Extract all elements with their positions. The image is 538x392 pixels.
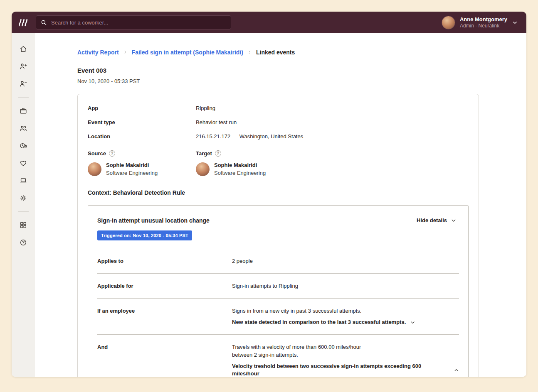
condition-text: Signs in from a new city in past 3 succe…: [232, 307, 459, 315]
condition-text: between 2 sign-in attempts.: [232, 351, 459, 359]
rule-row-value: Sign-in attempts to Rippling: [232, 282, 459, 290]
breadcrumb-activity-report[interactable]: Activity Report: [77, 49, 119, 56]
target-avatar: [196, 162, 210, 176]
sidebar-item-apps[interactable]: [15, 217, 32, 233]
rule-row-label: If an employee: [97, 308, 232, 314]
rule-conditions: Applies to 2 people Applicable for Sign-…: [97, 257, 459, 377]
detail-label: Location: [88, 133, 196, 140]
divider: [97, 298, 459, 299]
detail-row-event-type: Event type Behavior test run: [88, 119, 469, 125]
help-tooltip-icon[interactable]: ?: [215, 150, 221, 157]
chevron-down-icon: [410, 320, 415, 325]
chevron-down-icon: [451, 218, 457, 223]
rule-row-value: Travels with a velocity of more than 600…: [232, 343, 459, 377]
person-department: Software Engineering: [214, 170, 266, 176]
apps-grid-icon: [19, 221, 27, 229]
rule-row-if-employee: If an employee Signs in from a new city …: [97, 307, 459, 326]
rule-row-label: Applies to: [97, 258, 232, 264]
source-person: Sophie Makairidi Software Engineering: [88, 162, 196, 176]
rule-row-label: Applicable for: [97, 283, 232, 289]
detail-value: Rippling: [196, 105, 215, 111]
detail-value: 216.15.21.172 Washington, United States: [196, 133, 303, 140]
person-remove-icon: [19, 80, 27, 88]
search-input[interactable]: [36, 15, 231, 29]
sidebar-item-help[interactable]: [15, 234, 32, 251]
sidebar-item-people[interactable]: [15, 120, 32, 137]
user-info: Anne Montgomery Admin · Neuralink: [460, 16, 507, 29]
breadcrumb-linked-events: Linked events: [256, 49, 295, 56]
breadcrumb-failed-sign-in[interactable]: Failed sign in attempt (Sophie Makairidi…: [132, 49, 243, 56]
laptop-icon: [19, 176, 27, 185]
home-icon: [19, 45, 27, 53]
app-body: Activity Report Failed sign in attempt (…: [12, 33, 526, 377]
sidebar-item-home[interactable]: [15, 41, 32, 57]
user-menu[interactable]: Anne Montgomery Admin · Neuralink: [442, 16, 526, 29]
team-icon: [19, 124, 27, 132]
event-detail-card: App Rippling Event type Behavior test ru…: [77, 94, 479, 377]
rippling-logo-icon: [18, 19, 29, 27]
help-icon: [19, 238, 27, 247]
rule-row-label: And: [97, 344, 232, 350]
hide-details-toggle[interactable]: Hide details: [417, 217, 457, 223]
chevron-up-icon: [454, 368, 459, 373]
sidebar-item-settings[interactable]: [15, 190, 32, 206]
main-content: Activity Report Failed sign in attempt (…: [35, 33, 526, 377]
condition-expand-label: New state detected in comparison to the …: [232, 318, 406, 326]
detail-row-app: App Rippling: [88, 105, 469, 111]
event-timestamp: Nov 10, 2020 - 05:33 PST: [77, 78, 526, 84]
help-tooltip-icon[interactable]: ?: [109, 150, 115, 157]
context-title: Context: Behavioral Detection Rule: [88, 189, 469, 196]
sidebar-item-devices[interactable]: [15, 172, 32, 189]
source-label: Source: [88, 150, 106, 157]
condition-text: Travels with a velocity of more than 600…: [232, 343, 459, 351]
rule-row-value: Signs in from a new city in past 3 succe…: [232, 307, 459, 326]
condition-expand-toggle[interactable]: Velocity treshold between two successive…: [232, 363, 459, 377]
target-column: Target ? Sophie Makairidi Software Engin…: [196, 150, 304, 176]
sidebar-item-benefits[interactable]: [15, 155, 32, 172]
sidebar-item-remove-teammate[interactable]: [15, 76, 32, 92]
sidebar: [12, 33, 35, 377]
detail-row-location: Location 216.15.21.172 Washington, Unite…: [88, 133, 469, 140]
location-ip: 216.15.21.172: [196, 133, 230, 140]
detail-label: App: [88, 105, 196, 111]
source-column: Source ? Sophie Makairidi Software Engin…: [88, 150, 196, 176]
chevron-right-icon: [123, 50, 128, 55]
sidebar-item-payroll[interactable]: [15, 137, 32, 154]
condition-expand-label: Velocity treshold between two successive…: [232, 363, 449, 377]
hide-details-label: Hide details: [417, 217, 447, 223]
topbar: Anne Montgomery Admin · Neuralink: [12, 12, 526, 33]
person-department: Software Engineering: [106, 170, 158, 176]
event-title: Event 003: [77, 67, 526, 74]
sidebar-item-company[interactable]: [15, 103, 32, 119]
rippling-logo[interactable]: [12, 19, 35, 27]
search-icon: [40, 19, 47, 26]
condition-expand-toggle[interactable]: New state detected in comparison to the …: [232, 318, 459, 326]
sidebar-divider: [18, 97, 29, 98]
breadcrumb: Activity Report Failed sign in attempt (…: [77, 49, 526, 56]
rule-card: Sign-in attempt unusual location change …: [88, 205, 469, 377]
person-name: Sophie Makairidi: [214, 162, 266, 168]
divider: [97, 334, 459, 335]
rule-row-value: 2 people: [232, 257, 459, 265]
rule-title: Sign-in attempt unusual location change: [97, 217, 210, 224]
divider: [97, 273, 459, 274]
gear-icon: [19, 194, 27, 202]
time-pay-icon: [19, 142, 27, 150]
search-field[interactable]: [50, 19, 227, 26]
triggered-badge: Triggered on: Nov 10, 2020 - 05:34 PST: [97, 230, 192, 240]
app-window: Anne Montgomery Admin · Neuralink: [12, 12, 526, 377]
sidebar-divider: [18, 211, 29, 212]
person-name: Sophie Makairidi: [106, 162, 158, 168]
source-avatar: [88, 162, 101, 176]
user-role: Admin · Neuralink: [460, 23, 507, 29]
detail-label: Event type: [88, 119, 196, 125]
source-target-section: Source ? Sophie Makairidi Software Engin…: [88, 150, 469, 176]
rule-row-applies-to: Applies to 2 people: [97, 257, 459, 265]
sidebar-item-add-teammate[interactable]: [15, 58, 32, 75]
heart-icon: [19, 159, 27, 167]
chevron-right-icon: [247, 50, 252, 55]
detail-value: Behavior test run: [196, 119, 237, 125]
rule-row-applicable-for: Applicable for Sign-in attempts to Rippl…: [97, 282, 459, 290]
user-name: Anne Montgomery: [460, 16, 507, 22]
target-label: Target: [196, 150, 212, 157]
